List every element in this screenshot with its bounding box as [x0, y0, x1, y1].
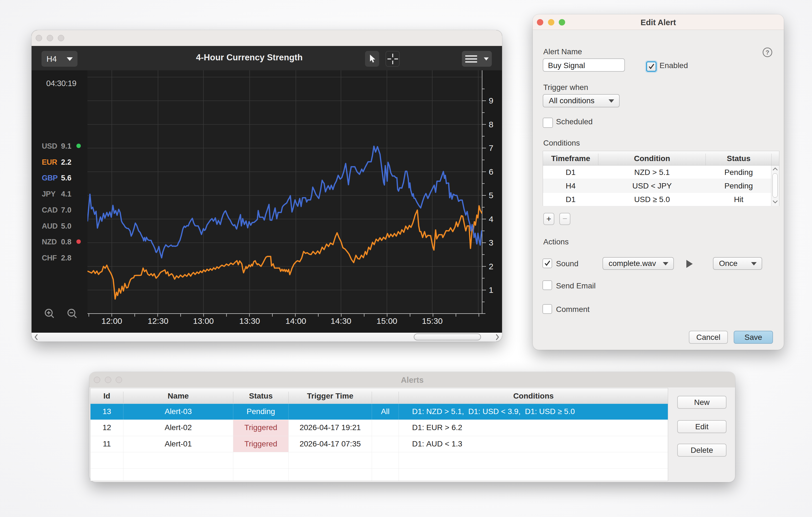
svg-text:15:30: 15:30 — [422, 316, 442, 325]
svg-text:AUD: AUD — [42, 222, 58, 230]
svg-text:3: 3 — [489, 238, 493, 247]
svg-text:15:00: 15:00 — [376, 316, 397, 325]
svg-text:2.2: 2.2 — [61, 158, 71, 166]
svg-text:CAD: CAD — [42, 206, 58, 214]
svg-text:12:00: 12:00 — [101, 316, 122, 325]
svg-text:9: 9 — [489, 96, 493, 105]
svg-text:6: 6 — [489, 167, 493, 176]
svg-text:5.6: 5.6 — [61, 174, 71, 182]
svg-text:9.1: 9.1 — [61, 142, 71, 150]
svg-text:14:00: 14:00 — [285, 316, 306, 325]
svg-text:4: 4 — [489, 214, 493, 224]
svg-text:8: 8 — [489, 120, 493, 129]
svg-text:4.1: 4.1 — [61, 190, 71, 198]
svg-text:USD: USD — [42, 142, 57, 150]
svg-text:CHF: CHF — [42, 254, 57, 262]
svg-text:13:30: 13:30 — [239, 316, 260, 325]
svg-text:NZD: NZD — [42, 238, 57, 246]
svg-text:2: 2 — [489, 262, 493, 271]
svg-text:1: 1 — [489, 285, 493, 294]
svg-text:5.0: 5.0 — [61, 222, 71, 230]
svg-text:04:30:19: 04:30:19 — [46, 79, 77, 88]
svg-text:0.8: 0.8 — [61, 238, 71, 246]
svg-text:EUR: EUR — [42, 158, 57, 166]
svg-text:2.8: 2.8 — [61, 254, 71, 262]
svg-text:GBP: GBP — [42, 174, 58, 182]
svg-text:14:30: 14:30 — [330, 316, 351, 325]
svg-text:12:30: 12:30 — [147, 316, 168, 325]
svg-text:5: 5 — [489, 191, 493, 200]
svg-text:7.0: 7.0 — [61, 206, 71, 214]
svg-text:13:00: 13:00 — [193, 316, 214, 325]
svg-text:?: ? — [765, 49, 769, 56]
svg-text:JPY: JPY — [42, 190, 56, 198]
svg-text:7: 7 — [489, 143, 493, 152]
